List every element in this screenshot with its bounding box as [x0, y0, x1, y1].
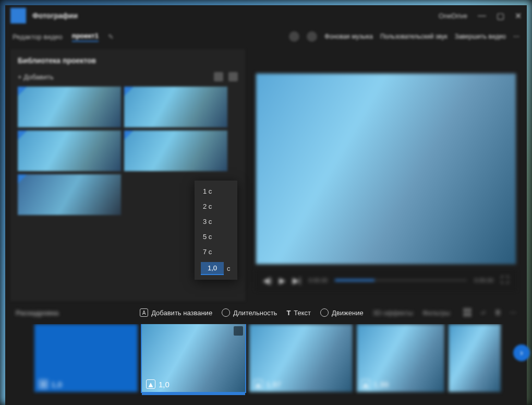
3d-effects-button[interactable]: 3D-эффекты	[373, 309, 413, 317]
title-icon: ⊞	[39, 379, 48, 389]
export-button[interactable]: Завершить видео	[455, 33, 506, 40]
seek-slider[interactable]	[335, 279, 467, 281]
app-window: Фотографии OneDrive — ▢ ✕ Редактор видео…	[5, 5, 527, 405]
image-icon: ▲	[253, 379, 263, 389]
crop-icon[interactable]	[464, 308, 472, 317]
edit-name-icon[interactable]: ✎	[108, 33, 114, 41]
clip-duration: 1,0	[51, 380, 62, 389]
redo-icon[interactable]	[307, 31, 317, 42]
app-icon	[10, 8, 26, 23]
rotate-icon[interactable]: ⤾	[480, 308, 486, 317]
clock-icon	[222, 308, 230, 317]
storyboard-label: Раскадровка	[16, 309, 59, 317]
add-title-label: Добавить название	[151, 309, 212, 317]
library-title: Библиотека проектов	[18, 56, 238, 65]
undo-icon[interactable]	[289, 31, 299, 42]
library-thumb[interactable]	[18, 130, 121, 171]
view-grid-icon[interactable]	[214, 72, 223, 81]
duration-label: Длительность	[233, 309, 277, 317]
clip-duration: 1,99	[373, 380, 389, 389]
scroll-right-button[interactable]: ›	[513, 344, 530, 361]
add-button[interactable]: + Добавить	[18, 73, 54, 81]
preview-controls: ◀) ▶ ▶| 0:00.00 0:09.00 ⛶	[256, 270, 516, 291]
library-thumb[interactable]	[18, 174, 121, 215]
text-button[interactable]: T Текст	[286, 309, 311, 317]
more-icon[interactable]: ⋯	[513, 33, 519, 40]
storyboard-clip[interactable]: ▲ 1,99	[357, 324, 444, 392]
library-thumb[interactable]	[124, 87, 227, 127]
preview-video[interactable]	[256, 73, 516, 265]
duration-input[interactable]	[201, 262, 224, 275]
duration-option[interactable]: 5 с	[195, 229, 237, 244]
preview-panel: ◀) ▶ ▶| 0:00.00 0:09.00 ⛶	[245, 47, 527, 301]
onedrive-label[interactable]: OneDrive	[439, 12, 467, 20]
app-title: Фотографии	[32, 11, 78, 20]
close-button[interactable]: ✕	[515, 11, 522, 21]
titlebar: Фотографии OneDrive — ▢ ✕	[5, 5, 527, 26]
main-area: Библиотека проектов + Добавить ◀) ▶	[5, 47, 527, 301]
overflow-icon[interactable]: ⋯	[510, 308, 516, 317]
duration-option[interactable]: 7 с	[195, 244, 237, 259]
maximize-button[interactable]: ▢	[497, 11, 504, 21]
window-controls: — ▢ ✕	[478, 11, 522, 21]
library-thumb[interactable]	[18, 87, 121, 127]
bg-music-button[interactable]: Фоновая музыка	[324, 33, 373, 40]
storyboard: ⊞ 1,0 ▲ 1,0 ▲ 1,97 ▲ 1,99	[5, 324, 527, 405]
minimize-button[interactable]: —	[478, 11, 486, 21]
motion-label: Движение	[332, 309, 364, 317]
fullscreen-icon[interactable]: ⛶	[501, 276, 509, 285]
storyboard-clip[interactable]: ▲ 1,97	[249, 324, 353, 392]
storyboard-clip[interactable]	[449, 324, 501, 392]
timeline-toolbar: Раскадровка A Добавить название Длительн…	[5, 301, 527, 324]
editor-toolbar: Редактор видео проект1 ✎ Фоновая музыка …	[5, 26, 527, 47]
clip-menu-icon[interactable]	[234, 326, 243, 336]
3d-effects-label: 3D-эффекты	[373, 309, 413, 317]
editor-label[interactable]: Редактор видео	[13, 33, 63, 41]
duration-button[interactable]: Длительность	[222, 308, 277, 317]
time-current: 0:00.00	[308, 277, 328, 283]
view-list-icon[interactable]	[228, 72, 238, 81]
add-title-button[interactable]: A Добавить название	[140, 308, 212, 317]
clip-duration: 1,0	[159, 380, 170, 389]
library-thumb[interactable]	[124, 130, 227, 171]
storyboard-clip[interactable]: ▲ 1,0	[142, 324, 245, 392]
motion-button[interactable]: Движение	[320, 308, 364, 317]
filters-button[interactable]: Фильтры	[422, 309, 450, 317]
duration-custom-row: с	[195, 259, 237, 277]
text-icon: T	[286, 309, 291, 317]
custom-audio-button[interactable]: Пользовательский звук	[380, 33, 448, 40]
mute-icon[interactable]: ◀)	[263, 276, 272, 285]
duration-menu: 1 с 2 с 3 с 5 с 7 с с	[195, 181, 237, 280]
duration-option[interactable]: 2 с	[195, 199, 237, 214]
filters-label: Фильтры	[422, 309, 450, 317]
play-icon[interactable]: ▶	[279, 276, 285, 285]
motion-icon	[320, 308, 329, 317]
duration-option[interactable]: 3 с	[195, 214, 237, 229]
duration-suffix: с	[227, 265, 231, 272]
clip-duration: 1,97	[266, 380, 281, 389]
next-frame-icon[interactable]: ▶|	[293, 276, 301, 285]
image-icon: ▲	[146, 379, 155, 389]
title-card-icon: A	[140, 308, 148, 317]
project-name[interactable]: проект1	[72, 32, 99, 42]
image-icon: ▲	[361, 379, 370, 389]
time-total: 0:09.00	[474, 277, 493, 283]
delete-icon[interactable]: 🗑	[494, 308, 501, 317]
duration-option[interactable]: 1 с	[195, 184, 237, 199]
title-clip[interactable]: ⊞ 1,0	[34, 324, 138, 392]
text-label: Текст	[294, 309, 311, 317]
